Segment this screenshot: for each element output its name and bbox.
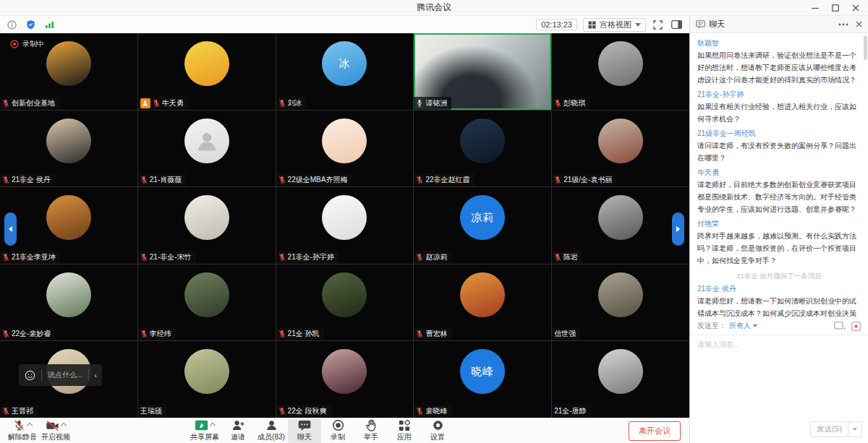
video-tile[interactable]: 曹宏林	[414, 264, 551, 341]
video-options-chevron[interactable]	[61, 422, 67, 428]
participant-label: 21非全 侯丹	[0, 173, 55, 186]
chat-message: 21级非全一周经凯 请问谭老师，有没有投资失败的案例分享？问题出在哪里？	[697, 127, 861, 164]
chat-record-icon[interactable]	[834, 322, 846, 331]
video-tile[interactable]: 李经纬	[138, 264, 276, 341]
record-button[interactable]: 录制	[321, 419, 354, 443]
view-mode-dropdown[interactable]: 宫格视图	[583, 18, 646, 32]
video-tile[interactable]: 凉莉 赵凉莉	[414, 187, 551, 264]
participant-name: 创新创业基地	[12, 98, 55, 108]
microphone-muted-icon	[278, 176, 286, 184]
maximize-button[interactable]	[827, 1, 843, 14]
next-page-button[interactable]	[672, 212, 684, 246]
avatar	[46, 41, 91, 86]
avatar	[598, 41, 643, 86]
participant-name: 彭晓琪	[563, 98, 585, 108]
send-button[interactable]: 发送(S)	[810, 421, 862, 437]
avatar	[598, 272, 643, 317]
side-panel-toggle-button[interactable]	[670, 19, 684, 30]
video-tile[interactable]: 王瑞颀	[138, 341, 276, 418]
network-status-button[interactable]	[43, 19, 56, 30]
send-options-chevron[interactable]	[848, 426, 861, 433]
record-icon	[332, 419, 344, 431]
video-tile[interactable]: 22级全MBA齐照梅	[276, 111, 414, 187]
video-tile[interactable]: 21全-唐静	[552, 341, 689, 418]
close-button[interactable]	[848, 1, 864, 14]
video-tile[interactable]: 21-肖薇薇	[138, 111, 276, 187]
chat-message: 21非全-孙宇婷 如果没有相关行业经验，想进入相关行业，应该如何寻求机会？	[697, 88, 861, 125]
video-tile[interactable]: 21非全李亚坤	[0, 187, 137, 264]
avatar	[598, 119, 643, 163]
video-tile[interactable]: 21-非全-宋竹	[138, 187, 276, 264]
unmute-button[interactable]: 解除静音	[6, 419, 39, 443]
system-message: 21非全 侯丹撤回了一条消息	[697, 269, 861, 283]
settings-button[interactable]: 设置	[421, 419, 454, 443]
video-tile[interactable]: 21全 孙凯	[276, 264, 414, 341]
microphone-muted-icon	[278, 253, 286, 262]
avatar	[322, 272, 367, 317]
video-tile[interactable]: 22全-裴妙睿	[0, 264, 137, 341]
video-tile[interactable]: 信世强	[552, 264, 689, 341]
close-icon	[852, 4, 859, 12]
video-tile[interactable]: 牛天勇	[138, 33, 276, 110]
previous-page-button[interactable]	[4, 212, 17, 246]
apps-button[interactable]: 应用	[388, 419, 421, 443]
video-tile[interactable]: 22全 段秋爽	[276, 341, 414, 418]
participant-name: 21-肖薇薇	[150, 175, 182, 185]
video-tile[interactable]: 21非全 侯丹	[0, 111, 137, 187]
chat-button[interactable]: 聊天	[288, 419, 321, 443]
share-screen-button[interactable]: 共享屏幕	[188, 419, 221, 443]
participant-label: 裴晓峰	[414, 405, 451, 418]
chat-panel: 聊天 耿颖智 如果想用问卷法来调研，验证创业想法是不是一个好的想法时，想请教下老…	[689, 16, 868, 443]
start-video-button[interactable]: 开启视频	[39, 419, 72, 443]
members-button[interactable]: 成员(83)	[255, 419, 288, 443]
invite-button[interactable]: 邀请	[221, 419, 255, 443]
avatar	[184, 119, 229, 163]
participant-name: 22全 段秋爽	[288, 406, 327, 416]
microphone-muted-icon	[2, 330, 9, 338]
more-options-icon[interactable]	[838, 23, 848, 26]
video-tile[interactable]: 陈岩	[552, 187, 689, 264]
mic-options-chevron[interactable]	[27, 422, 33, 428]
send-to-row: 发送至： 所有人	[690, 317, 868, 335]
avatar	[46, 272, 91, 317]
collapse-reaction-bar-button[interactable]: ‹	[89, 371, 102, 379]
avatar: 晓峰	[460, 349, 505, 394]
participant-label: 21全-唐静	[552, 405, 590, 418]
microphone-muted-icon	[416, 407, 423, 416]
participant-label: 22非全赵红霞	[414, 173, 474, 186]
meeting-toolbar: 02:13:23 宫格视图	[0, 16, 689, 33]
security-button[interactable]	[25, 18, 37, 31]
avatar	[598, 195, 643, 240]
window-titlebar: 腾讯会议	[0, 0, 868, 16]
meeting-info-button[interactable]	[6, 19, 18, 31]
chevron-left-icon	[9, 226, 12, 232]
message-input[interactable]	[697, 340, 861, 418]
avatar	[460, 272, 505, 317]
send-to-selector[interactable]: 所有人	[729, 321, 757, 331]
leave-meeting-button[interactable]: 离开会议	[629, 421, 681, 441]
message-author: 21非全 侯丹	[697, 283, 861, 295]
raise-hand-button[interactable]: 举手	[354, 419, 388, 443]
video-tile[interactable]: 晓峰 裴晓峰	[414, 341, 551, 418]
participant-label: 刘冰	[276, 97, 307, 110]
video-tile[interactable]: 谭铭洲	[414, 33, 551, 110]
video-tile[interactable]: 彭晓琪	[552, 33, 689, 110]
minimize-button[interactable]	[807, 1, 823, 14]
say-something-input[interactable]: 说点什么...	[42, 364, 88, 386]
video-tile[interactable]: 21非全-孙宇婷	[276, 187, 414, 264]
video-tile[interactable]: 22非全赵红霞	[414, 111, 551, 187]
share-options-chevron[interactable]	[210, 422, 216, 428]
emoji-reaction-button[interactable]	[19, 364, 41, 386]
microphone-muted-icon	[13, 419, 25, 431]
screenshot-icon[interactable]	[851, 322, 861, 331]
microphone-muted-icon	[416, 330, 423, 338]
signal-bars-icon	[45, 20, 55, 29]
video-tile[interactable]: 冰 刘冰	[276, 33, 414, 110]
fullscreen-button[interactable]	[652, 19, 664, 31]
microphone-muted-icon	[2, 253, 9, 262]
avatar-label: 晓峰	[471, 365, 494, 379]
video-tile[interactable]: 21级/全-袁书丽	[552, 111, 689, 187]
chat-message-list[interactable]: 耿颖智 如果想用问卷法来调研，验证创业想法是不是一个好的想法时，想请教下老师更应…	[690, 33, 868, 317]
bottom-control-bar: 解除静音 开启视频 共享屏幕 邀请	[0, 418, 689, 443]
close-chat-icon[interactable]	[856, 21, 862, 27]
